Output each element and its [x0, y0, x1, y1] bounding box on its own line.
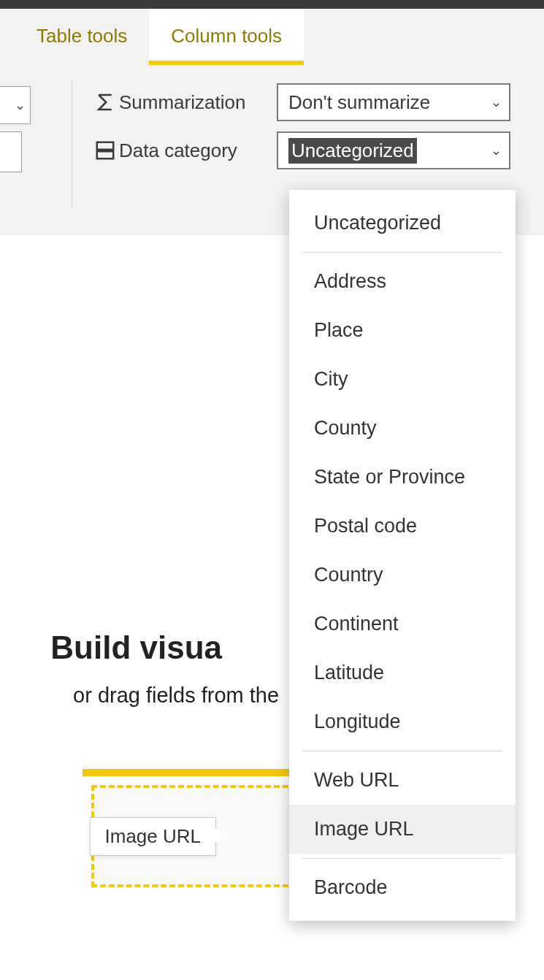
data-category-value: Uncategorized	[288, 138, 417, 164]
dropdown-item[interactable]: State or Province	[289, 453, 516, 502]
dropdown-item[interactable]: Web URL	[289, 756, 516, 805]
summarization-row: Summarization Don't summarize ⌄	[91, 83, 544, 121]
dropdown-separator	[302, 858, 502, 859]
summarization-label: Summarization	[119, 91, 277, 114]
data-category-label: Data category	[119, 139, 277, 162]
dropdown-item[interactable]: Continent	[289, 600, 516, 648]
summarization-value: Don't summarize	[288, 91, 430, 114]
dropdown-item[interactable]: Address	[289, 257, 516, 306]
chevron-down-icon: ⌄	[491, 94, 502, 110]
data-category-dropdown[interactable]: UncategorizedAddressPlaceCityCountyState…	[289, 190, 516, 921]
dropdown-item[interactable]: Place	[289, 306, 516, 355]
tab-column-tools[interactable]: Column tools	[149, 9, 304, 65]
dropdown-item[interactable]: Latitude	[289, 648, 516, 697]
svg-rect-0	[97, 142, 114, 150]
sigma-icon	[91, 91, 119, 113]
sub-left-fragment: or drag fields from the	[73, 684, 279, 707]
chevron-down-icon: ⌄	[491, 142, 502, 158]
window-titlebar	[0, 0, 544, 9]
dropdown-separator	[302, 252, 502, 253]
truncated-control[interactable]	[0, 131, 22, 172]
heading-left-fragment: Build visua	[50, 629, 222, 665]
chevron-down-icon: ⌄	[15, 97, 26, 113]
svg-rect-1	[97, 151, 114, 158]
dropdown-item[interactable]: Barcode	[289, 863, 516, 912]
data-category-row: Data category Uncategorized ⌄	[91, 131, 544, 169]
dropdown-item[interactable]: City	[289, 355, 516, 404]
truncated-dropdown[interactable]: ⌄	[0, 86, 31, 124]
dropdown-item[interactable]: County	[289, 404, 516, 453]
dropdown-item[interactable]: Image URL	[289, 805, 516, 854]
ribbon-left-fragment: ⌄	[0, 66, 35, 235]
dropdown-item[interactable]: Postal code	[289, 502, 516, 551]
tab-table-tools[interactable]: Table tools	[15, 9, 149, 65]
dropdown-separator	[302, 751, 502, 751]
category-icon	[91, 139, 119, 161]
field-tooltip: Image URL	[90, 817, 217, 856]
dropdown-item[interactable]: Country	[289, 551, 516, 600]
summarization-select[interactable]: Don't summarize ⌄	[277, 83, 510, 121]
data-category-select[interactable]: Uncategorized ⌄	[277, 131, 510, 169]
dropdown-item[interactable]: Longitude	[289, 697, 516, 746]
ribbon-tabstrip: Table tools Column tools	[0, 9, 544, 66]
dropdown-item[interactable]: Uncategorized	[289, 199, 516, 248]
